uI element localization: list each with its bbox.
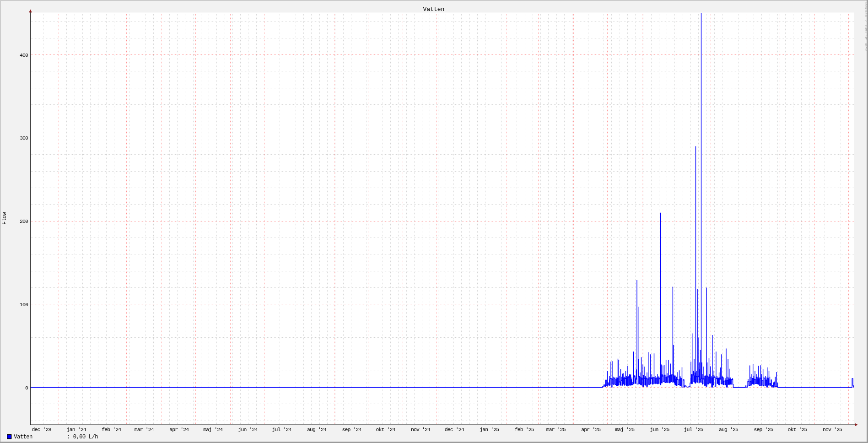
svg-text:200: 200: [20, 218, 28, 224]
svg-text:sep '25: sep '25: [754, 427, 773, 432]
svg-text:nov '24: nov '24: [411, 427, 431, 432]
svg-text:feb '25: feb '25: [515, 427, 534, 432]
svg-text:dec '23: dec '23: [32, 427, 51, 432]
svg-text:jan '25: jan '25: [480, 427, 499, 432]
svg-text:maj '25: maj '25: [615, 427, 635, 432]
svg-text:RRDTOOL / TOBI OETIKER: RRDTOOL / TOBI OETIKER: [863, 2, 868, 51]
svg-text:Flow: Flow: [1, 212, 8, 225]
svg-text:nov '25: nov '25: [823, 427, 842, 432]
svg-text:jan '24: jan '24: [67, 427, 86, 432]
svg-text:mar '25: mar '25: [546, 427, 566, 432]
svg-text:okt '25: okt '25: [787, 427, 807, 432]
svg-text:: 0,00 L/h: : 0,00 L/h: [67, 434, 98, 440]
svg-text:100: 100: [20, 302, 28, 308]
svg-text:0: 0: [25, 385, 28, 391]
svg-text:jun '25: jun '25: [650, 427, 670, 432]
svg-text:apr '25: apr '25: [581, 427, 601, 432]
svg-text:Vatten: Vatten: [14, 434, 32, 440]
svg-text:feb '24: feb '24: [102, 427, 121, 432]
svg-text:aug '24: aug '24: [307, 427, 327, 432]
svg-text:400: 400: [20, 52, 28, 58]
svg-text:mar '24: mar '24: [135, 427, 154, 432]
svg-text:jul '25: jul '25: [684, 427, 704, 432]
svg-text:apr '24: apr '24: [169, 427, 189, 432]
svg-text:300: 300: [20, 135, 28, 141]
svg-text:maj '24: maj '24: [203, 427, 223, 432]
svg-text:sep '24: sep '24: [342, 427, 361, 432]
svg-text:okt '24: okt '24: [376, 427, 395, 432]
svg-text:jul '24: jul '24: [272, 427, 292, 432]
svg-text:aug '25: aug '25: [719, 427, 739, 432]
svg-text:jun '24: jun '24: [238, 427, 258, 432]
svg-text:Vatten: Vatten: [423, 6, 445, 13]
svg-text:dec '24: dec '24: [445, 427, 464, 432]
